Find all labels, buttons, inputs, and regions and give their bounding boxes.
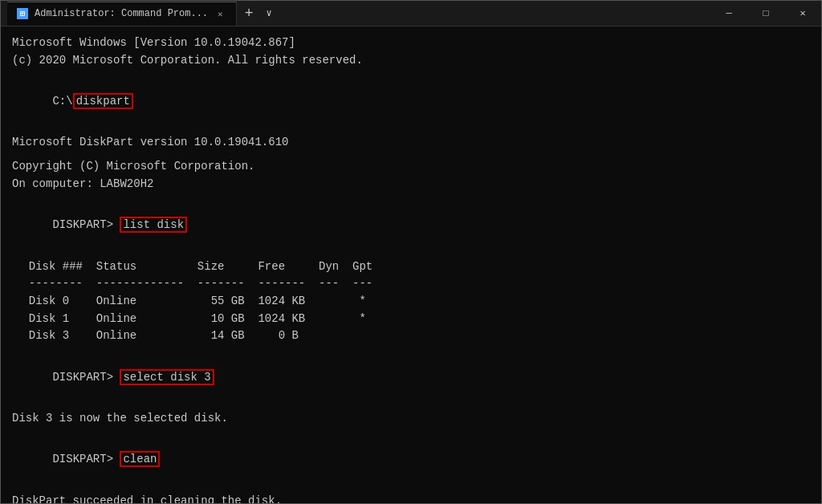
diskpart-prompt-2: DISKPART>	[52, 371, 120, 384]
window-controls: ─ □ ✕	[710, 1, 821, 26]
spacer-7	[12, 404, 810, 410]
spacer-1	[12, 69, 810, 75]
diskpart-prompt-3: DISKPART>	[52, 453, 120, 465]
list-disk-cmd: list disk	[120, 217, 187, 233]
table-separator: -------- ------------- ------- ------- -…	[15, 275, 810, 293]
spacer-4	[12, 193, 810, 200]
diskpart-prompt-1: DISKPART>	[52, 218, 120, 231]
output-line-11: DISKPART> list disk	[12, 200, 810, 252]
disk-table: Disk ### Status Size Free Dyn Gpt ------…	[15, 258, 810, 345]
table-header: Disk ### Status Size Free Dyn Gpt	[15, 258, 810, 276]
spacer-6	[12, 345, 810, 352]
output-line-8: Copyright (C) Microsoft Corporation.	[12, 158, 810, 176]
active-tab[interactable]: ⊞ Administrator: Command Prom... ✕	[7, 2, 237, 26]
spacer-3	[12, 152, 810, 158]
output-line-2: (c) 2020 Microsoft Corporation. All righ…	[12, 52, 810, 70]
output-line-6: Microsoft DiskPart version 10.0.19041.61…	[12, 134, 810, 152]
minimize-button[interactable]: ─	[710, 1, 747, 26]
clean-cmd: clean	[120, 451, 160, 467]
select-disk-cmd: select disk 3	[120, 369, 214, 385]
dropdown-button[interactable]: ∨	[261, 7, 276, 19]
spacer-8	[12, 428, 810, 434]
output-line-1: Microsoft Windows [Version 10.0.19042.86…	[12, 35, 810, 52]
close-button[interactable]: ✕	[784, 1, 821, 26]
table-row-disk3: Disk 3 Online 14 GB 0 B	[15, 327, 810, 345]
table-row-disk1: Disk 1 Online 10 GB 1024 KB *	[15, 311, 810, 328]
prompt-c: C:\	[52, 95, 72, 108]
tab-icon: ⊞	[17, 8, 28, 19]
maximize-button[interactable]: □	[747, 1, 784, 26]
table-row-disk0: Disk 0 Online 55 GB 1024 KB *	[15, 293, 810, 311]
new-tab-button[interactable]: +	[237, 6, 262, 22]
terminal-body[interactable]: Microsoft Windows [Version 10.0.19042.86…	[1, 26, 821, 503]
window: ⊞ Administrator: Command Prom... ✕ + ∨ ─…	[0, 0, 822, 504]
output-line-18: DISKPART> clean	[12, 434, 810, 486]
titlebar: ⊞ Administrator: Command Prom... ✕ + ∨ ─…	[1, 1, 821, 26]
diskpart-cmd: diskpart	[73, 93, 133, 109]
output-line-4: C:\diskpart	[12, 75, 810, 128]
output-line-14: DISKPART> select disk 3	[12, 352, 810, 404]
output-line-16: Disk 3 is now the selected disk.	[12, 410, 810, 428]
tab-close-button[interactable]: ✕	[214, 7, 226, 21]
spacer-2	[12, 128, 810, 134]
titlebar-left: ⊞ Administrator: Command Prom... ✕ + ∨	[7, 2, 710, 26]
spacer-5	[12, 252, 810, 258]
output-line-9: On computer: LABW20H2	[12, 176, 810, 193]
tab-title: Administrator: Command Prom...	[35, 8, 208, 19]
spacer-9	[12, 486, 810, 493]
output-line-20: DiskPart succeeded in cleaning the disk.	[12, 493, 810, 503]
